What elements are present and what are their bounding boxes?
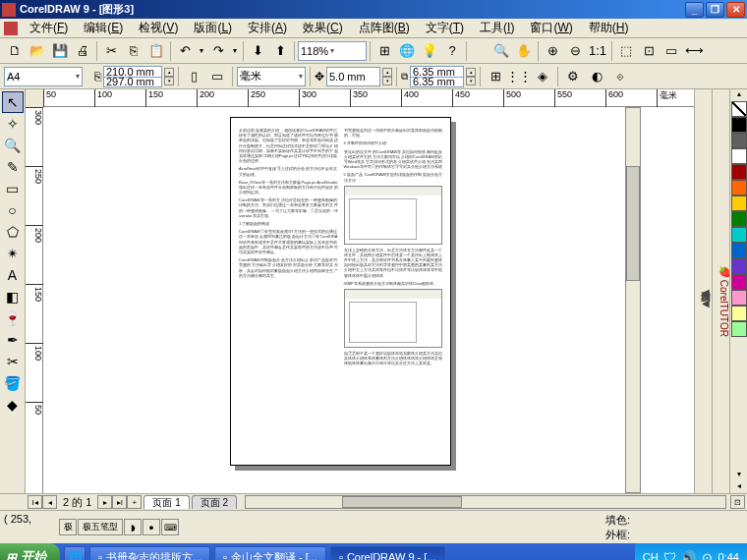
zoom-selection-button[interactable]: ⬚ [615, 40, 637, 62]
navigator-button[interactable]: ⊡ [730, 495, 745, 509]
taskbar-button[interactable]: ▫CorelDRAW 9 - [... [330, 546, 445, 561]
color-swatch[interactable] [731, 321, 747, 337]
color-swatch[interactable] [731, 211, 747, 227]
page[interactable]: 从前边前面紧实的介绍，相信读者对CorelDRAW软件已经有了感性的认识。而且知… [230, 117, 451, 466]
docker-tutor[interactable]: 🍓 CorelTUTOR [712, 89, 729, 493]
docker-scripts[interactable]: 脚本与预设 ◀◀ [694, 89, 712, 493]
ellipse-tool[interactable]: ○ [2, 199, 24, 221]
dup-down[interactable]: ▾ [466, 77, 476, 85]
snap-guide-button[interactable]: ⋮⋮ [508, 66, 530, 87]
zoom-page-button[interactable]: ▭ [661, 40, 682, 62]
ime-mode-2[interactable]: ● [143, 519, 160, 535]
vscroll-thumb[interactable] [626, 166, 640, 281]
snap-grid-button[interactable]: ⊞ [485, 66, 506, 87]
page-tab-2[interactable]: 页面 2 [192, 495, 237, 509]
options-button[interactable]: ⚙ [562, 66, 584, 87]
nudge-input[interactable]: 5.0 mm [326, 67, 380, 86]
palette-up[interactable]: ▴ [730, 89, 747, 101]
zoom-width-button[interactable]: ⟷ [683, 40, 705, 62]
tray-icon-3[interactable]: ⊙ [700, 550, 715, 561]
portrait-button[interactable]: ▯ [183, 66, 204, 87]
color-swatch[interactable] [731, 306, 747, 321]
menu-item[interactable]: 工具(I) [472, 18, 522, 38]
menu-item[interactable]: 安排(A) [240, 18, 295, 38]
menu-item[interactable]: 点阵图(B) [351, 18, 418, 38]
interactive-tool[interactable]: ◆ [2, 394, 24, 416]
vertical-ruler[interactable]: 30025020015010050 [26, 107, 43, 493]
shape-tool[interactable]: ✧ [2, 113, 24, 135]
taskbar-button[interactable]: ▫书册杂志的排版方... [89, 546, 210, 561]
color-swatch[interactable] [731, 290, 747, 306]
paper-size-combo[interactable]: A4▾ [4, 67, 83, 86]
first-page-button[interactable]: I◂ [28, 495, 42, 509]
color-swatch[interactable] [731, 196, 747, 211]
dup-up[interactable]: ▴ [466, 68, 476, 77]
cut-button[interactable]: ✂ [100, 40, 122, 62]
vertical-scrollbar[interactable] [625, 107, 641, 493]
zoom-actual-button[interactable]: 1:1 [587, 40, 608, 62]
freehand-tool[interactable]: ✎ [2, 156, 24, 178]
open-button[interactable]: 📂 [27, 40, 48, 62]
menu-item[interactable]: 文字(T) [418, 18, 472, 38]
color-swatch[interactable] [731, 243, 747, 258]
canvas[interactable]: 从前边前面紧实的介绍，相信读者对CorelDRAW软件已经有了感性的认识。而且知… [43, 107, 694, 493]
page-tab-1[interactable]: 页面 1 [144, 495, 189, 509]
snap-obj-button[interactable]: ◈ [532, 66, 553, 87]
clock[interactable]: 0:44 [718, 551, 739, 560]
undo-dropdown[interactable]: ▾ [197, 40, 206, 62]
page-height-input[interactable]: 297.0 mm [103, 77, 162, 87]
undo-button[interactable]: ↶ [174, 40, 196, 62]
menu-item[interactable]: 窗口(W) [522, 18, 580, 38]
menu-item[interactable]: 效果(C) [295, 18, 351, 38]
tray-icon-2[interactable]: 🔊 [681, 550, 696, 561]
color-swatch[interactable] [731, 274, 747, 290]
interactive-transparency-tool[interactable]: 🍷 [2, 308, 24, 329]
outline-tool[interactable]: ✂ [2, 351, 24, 372]
ime-name[interactable]: 极五笔型 [78, 519, 123, 535]
dup-x-input[interactable]: 6.35 mm [410, 66, 464, 77]
color-swatch[interactable] [731, 180, 747, 196]
fill-tool[interactable]: 🪣 [2, 372, 24, 394]
horizontal-ruler[interactable]: 50100150200250300350400450500550600毫米 [43, 89, 694, 107]
color-swatch[interactable] [731, 164, 747, 180]
zoom-combo[interactable]: 118%▾ [298, 41, 367, 61]
width-down[interactable]: ▾ [164, 77, 174, 85]
zoom-in-button[interactable]: ⊕ [542, 40, 563, 62]
menu-item[interactable]: 检视(V) [131, 18, 186, 38]
color-swatch[interactable] [731, 148, 747, 164]
nudge-down[interactable]: ▾ [382, 77, 392, 85]
start-button[interactable]: ⊞ 开始 [0, 543, 60, 560]
color-swatch[interactable] [731, 258, 747, 274]
import-button[interactable]: ⬇ [247, 40, 268, 62]
zoom-fit-button[interactable]: ⊡ [638, 40, 660, 62]
horizontal-scrollbar[interactable] [245, 495, 726, 509]
color-swatch[interactable] [731, 227, 747, 243]
ime-logo[interactable]: 极 [59, 519, 77, 535]
interactive-fill-tool[interactable]: ◧ [2, 286, 24, 308]
close-button[interactable]: ✕ [726, 2, 745, 18]
copy-button[interactable]: ⎘ [123, 40, 144, 62]
lang-indicator[interactable]: CH [643, 551, 659, 560]
add-page-button[interactable]: + [127, 495, 142, 509]
taskbar-button[interactable]: ▫金山全文翻译 - [... [214, 546, 326, 561]
width-up[interactable]: ▴ [164, 68, 174, 77]
dup-y-input[interactable]: 6.35 mm [410, 77, 464, 87]
last-page-button[interactable]: ▸I [112, 495, 127, 509]
palette-down[interactable]: ▾ [730, 470, 747, 481]
units-combo[interactable]: 毫米▾ [237, 67, 306, 86]
color-swatch[interactable] [731, 117, 747, 133]
hscroll-thumb[interactable] [342, 496, 462, 508]
swatch-none[interactable] [731, 101, 747, 117]
text-tool[interactable]: A [2, 264, 24, 286]
help-button[interactable]: ? [441, 40, 463, 62]
ime-mode-1[interactable]: ◗ [124, 519, 142, 535]
paste-button[interactable]: 📋 [145, 40, 167, 62]
polygon-tool[interactable]: ⬠ [2, 221, 24, 243]
zoom-out-button[interactable]: ⊖ [564, 40, 586, 62]
maximize-button[interactable]: ❐ [706, 2, 724, 18]
next-page-button[interactable]: ▸ [97, 495, 112, 509]
prev-page-button[interactable]: ◂ [42, 495, 57, 509]
spiral-tool[interactable]: ✴ [2, 243, 24, 264]
menu-item[interactable]: 文件(F) [22, 18, 76, 38]
app-launcher-button[interactable]: ⊞ [374, 40, 395, 62]
